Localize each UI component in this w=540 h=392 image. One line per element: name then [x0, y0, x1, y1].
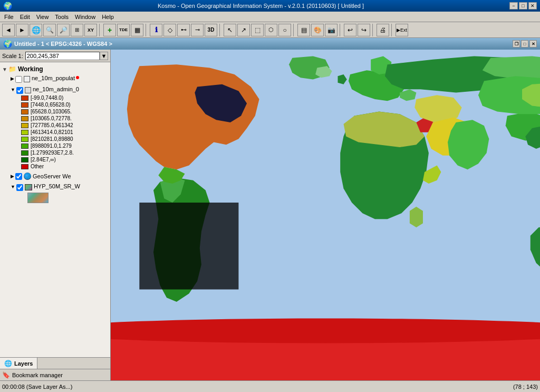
legend-color-9: [21, 150, 28, 156]
toolbar-3d[interactable]: 3D: [205, 24, 217, 36]
populat-check[interactable]: [15, 76, 22, 83]
menu-tools[interactable]: Tools: [52, 13, 72, 21]
legend-label-2: [7448.0,65628.0): [31, 102, 71, 108]
legend-label-other: Other: [31, 164, 44, 169]
admin-check[interactable]: [16, 87, 23, 94]
layer-tree: ▼ 📁 Working ▶ ne_10m_populat ▼: [0, 62, 110, 357]
tb-sep3: [219, 24, 221, 36]
geoserver-expand[interactable]: ▶: [11, 174, 14, 179]
populat-dot: [76, 76, 79, 79]
populat-icon: [24, 76, 30, 82]
menu-edit[interactable]: Edit: [17, 13, 33, 21]
toolbar-table[interactable]: ▦: [131, 24, 143, 36]
scale-input[interactable]: [25, 52, 100, 60]
title-bar: 🌍 Kosmo - Open Geographical Information …: [0, 0, 540, 12]
legend-label-10: [2.84E7,∞): [31, 157, 56, 162]
legend-color-4: [21, 116, 28, 121]
map-area[interactable]: [111, 50, 540, 380]
layer-admin-row: ▼ ne_10m_admin_0: [0, 85, 110, 94]
working-group-header[interactable]: ▼ 📁 Working: [0, 65, 110, 73]
toolbar-raster[interactable]: ▤: [297, 24, 310, 36]
map-title: Untitled - 1 < EPSG:4326 - WGS84 >: [14, 41, 513, 47]
toolbar-add-layer[interactable]: +: [103, 24, 116, 36]
map-restore-button[interactable]: ❐: [513, 40, 520, 47]
toolbar-back[interactable]: ◄: [2, 24, 15, 36]
toolbar-print[interactable]: 🖨: [377, 24, 389, 36]
toolbar-ext[interactable]: ▶Ext: [396, 24, 408, 36]
svg-rect-3: [139, 203, 238, 290]
legend-item-3: [65628.0,103065.: [0, 108, 110, 115]
legend-item-other: Other: [0, 163, 110, 170]
bookmark-bar[interactable]: 🔖 Bookmark manager: [0, 369, 110, 380]
scale-bar: Scale 1: ▼: [0, 50, 110, 62]
menu-help[interactable]: Help: [99, 13, 117, 21]
bookmark-label: Bookmark manager: [12, 372, 63, 378]
toolbar-zoom-extent[interactable]: ⊞: [71, 24, 83, 36]
hyp-check[interactable]: [16, 184, 23, 191]
admin-expand[interactable]: ▼: [11, 87, 15, 92]
legend-item-6: [4613414.0,82101: [0, 129, 110, 136]
menu-file[interactable]: File: [1, 13, 17, 21]
toolbar-xy[interactable]: XY: [84, 24, 97, 36]
close-button[interactable]: ✕: [528, 2, 537, 9]
toolbar-camera[interactable]: 📷: [325, 24, 338, 36]
svg-point-2: [111, 318, 540, 343]
legend-color-6: [21, 130, 28, 135]
toolbar-pointer[interactable]: ↖: [224, 24, 236, 36]
geoserver-icon: 🌐: [24, 173, 31, 180]
main-content: Scale 1: ▼ ▼ 📁 Working ▶ ne_10m_populat: [0, 50, 540, 380]
layer-hyp-row: ▼ HYP_50M_SR_W: [0, 183, 110, 192]
toolbar-info[interactable]: ℹ: [150, 24, 162, 36]
toolbar-tde[interactable]: TDE: [117, 24, 130, 36]
toolbar-zoom-in[interactable]: 🔍: [43, 24, 56, 36]
toolbar-fwd[interactable]: ►: [16, 24, 28, 36]
scale-arrow[interactable]: ▼: [100, 52, 108, 60]
tb-sep6: [372, 24, 374, 36]
layer-populat-row: ▶ ne_10m_populat: [0, 74, 110, 83]
legend-label-6: [4613414.0,82101: [31, 129, 73, 135]
hyp-icon: [25, 184, 32, 190]
toolbar-measure-area[interactable]: ⊸: [191, 24, 204, 36]
hyp-thumbnail-row: [0, 193, 110, 203]
legend-color-7: [21, 137, 28, 142]
tab-layers[interactable]: 🌐 Layers: [0, 358, 37, 369]
toolbar-select-diamond[interactable]: ◇: [163, 24, 176, 36]
legend-item-10: [2.84E7,∞): [0, 156, 110, 163]
map-title-bar: 🌍 Untitled - 1 < EPSG:4326 - WGS84 > ❐ □…: [0, 38, 540, 50]
scale-label: Scale 1:: [2, 53, 23, 59]
toolbar-globe[interactable]: 🌐: [30, 24, 42, 36]
map-close-button[interactable]: ✕: [529, 40, 537, 47]
legend-item-1: [-99.0,7448.0): [0, 94, 110, 101]
toolbar-circle[interactable]: ○: [278, 24, 291, 36]
legend-label-5: [727785.0,461342: [31, 122, 73, 128]
hyp-label: HYP_50M_SR_W: [34, 183, 80, 189]
toolbar-redo[interactable]: ↪: [358, 24, 370, 36]
legend-label-9: [1.2799293E7,2.8.: [31, 150, 74, 156]
maximize-button[interactable]: □: [519, 2, 527, 9]
geoserver-check[interactable]: [15, 173, 22, 180]
toolbar-color[interactable]: 🎨: [311, 24, 324, 36]
menu-window[interactable]: Window: [72, 13, 99, 21]
hyp-expand[interactable]: ▼: [11, 184, 15, 189]
toolbar-rect[interactable]: ⬚: [251, 24, 264, 36]
legend-item-2: [7448.0,65628.0): [0, 101, 110, 108]
toolbar-undo[interactable]: ↩: [344, 24, 356, 36]
menu-view[interactable]: View: [33, 13, 52, 21]
tb-sep7: [391, 24, 393, 36]
left-panel: Scale 1: ▼ ▼ 📁 Working ▶ ne_10m_populat: [0, 50, 111, 380]
tb-sep5: [340, 24, 342, 36]
menu-bar: File Edit View Tools Window Help: [0, 12, 540, 22]
map-maximize-button[interactable]: □: [521, 40, 528, 47]
bookmark-icon: 🔖: [2, 371, 10, 379]
toolbar-select2[interactable]: ↗: [237, 24, 250, 36]
populat-expand[interactable]: ▶: [11, 76, 14, 81]
toolbar-zoom-out[interactable]: 🔎: [57, 24, 70, 36]
legend-item-7: [8210281.0,89880: [0, 136, 110, 142]
window-title: Kosmo - Open Geographical Information Sy…: [12, 3, 509, 9]
legend-item-4: [103065.0,72778.: [0, 115, 110, 122]
minimize-button[interactable]: −: [509, 2, 518, 9]
toolbar-measure[interactable]: ⊷: [177, 24, 190, 36]
legend-label-3: [65628.0,103065.: [31, 109, 72, 114]
working-expand-icon[interactable]: ▼: [2, 66, 7, 72]
toolbar-poly[interactable]: ⬡: [265, 24, 277, 36]
